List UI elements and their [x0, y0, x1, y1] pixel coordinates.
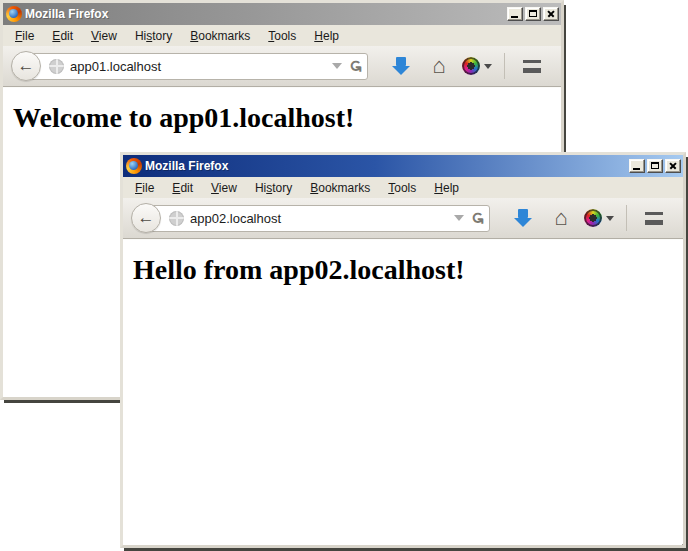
- addon-icon: [584, 209, 602, 227]
- menu-bar: FileEditViewHistoryBookmarksToolsHelp: [123, 177, 683, 198]
- home-icon: ⌂: [554, 207, 567, 229]
- window-title: Mozilla Firefox: [25, 7, 504, 21]
- menu-icon: [645, 212, 663, 225]
- globe-icon: [169, 211, 184, 226]
- open-menu-button[interactable]: [635, 203, 673, 233]
- maximize-button[interactable]: [647, 159, 663, 173]
- browser-window-app02: Mozilla Firefox FileEditViewHistoryBookm…: [120, 152, 686, 548]
- minimize-icon: [633, 168, 640, 170]
- maximize-icon: [651, 162, 659, 169]
- reload-icon[interactable]: ↻: [468, 211, 484, 224]
- minimize-icon: [511, 16, 518, 18]
- url-bar[interactable]: ↻: [146, 205, 490, 232]
- menu-file[interactable]: File: [6, 27, 43, 45]
- menu-tools[interactable]: Tools: [259, 27, 305, 45]
- download-icon: [518, 209, 528, 218]
- urlbar-dropdown-icon[interactable]: [332, 63, 342, 69]
- menu-icon: [523, 60, 541, 73]
- menu-edit[interactable]: Edit: [43, 27, 82, 45]
- navigation-toolbar: ← ↻ ⌂: [3, 46, 561, 87]
- titlebar[interactable]: Mozilla Firefox: [3, 3, 561, 25]
- menu-view[interactable]: View: [202, 179, 246, 197]
- close-button[interactable]: [665, 159, 681, 173]
- toolbar-separator: [504, 53, 505, 79]
- addon-button[interactable]: [580, 203, 618, 233]
- home-icon: ⌂: [432, 55, 445, 77]
- close-button[interactable]: [543, 7, 559, 21]
- menu-help[interactable]: Help: [305, 27, 348, 45]
- addon-button[interactable]: [458, 51, 496, 81]
- menu-history[interactable]: History: [126, 27, 181, 45]
- menu-bookmarks[interactable]: Bookmarks: [181, 27, 259, 45]
- back-button[interactable]: ←: [11, 51, 41, 81]
- open-menu-button[interactable]: [513, 51, 551, 81]
- back-icon: ←: [138, 209, 155, 226]
- url-bar[interactable]: ↻: [26, 53, 368, 80]
- titlebar[interactable]: Mozilla Firefox: [123, 155, 683, 177]
- download-icon: [396, 57, 406, 66]
- menu-help[interactable]: Help: [425, 179, 468, 197]
- window-title: Mozilla Firefox: [145, 159, 626, 173]
- firefox-logo-icon: [126, 158, 142, 174]
- downloads-button[interactable]: [382, 51, 420, 81]
- navigation-toolbar: ← ↻ ⌂: [123, 198, 683, 239]
- addon-icon: [462, 57, 480, 75]
- reload-icon[interactable]: ↻: [346, 59, 362, 72]
- menu-history[interactable]: History: [246, 179, 301, 197]
- menu-file[interactable]: File: [126, 179, 163, 197]
- back-button[interactable]: ←: [131, 203, 161, 233]
- globe-icon: [49, 59, 64, 74]
- maximize-icon: [529, 10, 537, 17]
- menu-bookmarks[interactable]: Bookmarks: [301, 179, 379, 197]
- maximize-button[interactable]: [525, 7, 541, 21]
- page-heading: Hello from app02.localhost!: [133, 254, 683, 286]
- url-input[interactable]: [190, 206, 448, 231]
- home-button[interactable]: ⌂: [420, 51, 458, 81]
- page-content: Hello from app02.localhost!: [123, 239, 683, 545]
- page-heading: Welcome to app01.localhost!: [13, 102, 561, 134]
- menu-view[interactable]: View: [82, 27, 126, 45]
- menu-edit[interactable]: Edit: [163, 179, 202, 197]
- addon-caret-icon: [484, 64, 492, 69]
- minimize-button[interactable]: [629, 159, 645, 173]
- back-icon: ←: [18, 57, 35, 74]
- menu-tools[interactable]: Tools: [379, 179, 425, 197]
- url-input[interactable]: [70, 54, 326, 79]
- resize-grip-icon[interactable]: [678, 540, 680, 542]
- menu-bar: FileEditViewHistoryBookmarksToolsHelp: [3, 25, 561, 46]
- home-button[interactable]: ⌂: [542, 203, 580, 233]
- firefox-logo-icon: [6, 6, 22, 22]
- desktop-background: Mozilla Firefox FileEditViewHistoryBookm…: [0, 0, 688, 551]
- addon-caret-icon: [606, 216, 614, 221]
- downloads-button[interactable]: [504, 203, 542, 233]
- urlbar-dropdown-icon[interactable]: [454, 215, 464, 221]
- toolbar-separator: [626, 205, 627, 231]
- minimize-button[interactable]: [507, 7, 523, 21]
